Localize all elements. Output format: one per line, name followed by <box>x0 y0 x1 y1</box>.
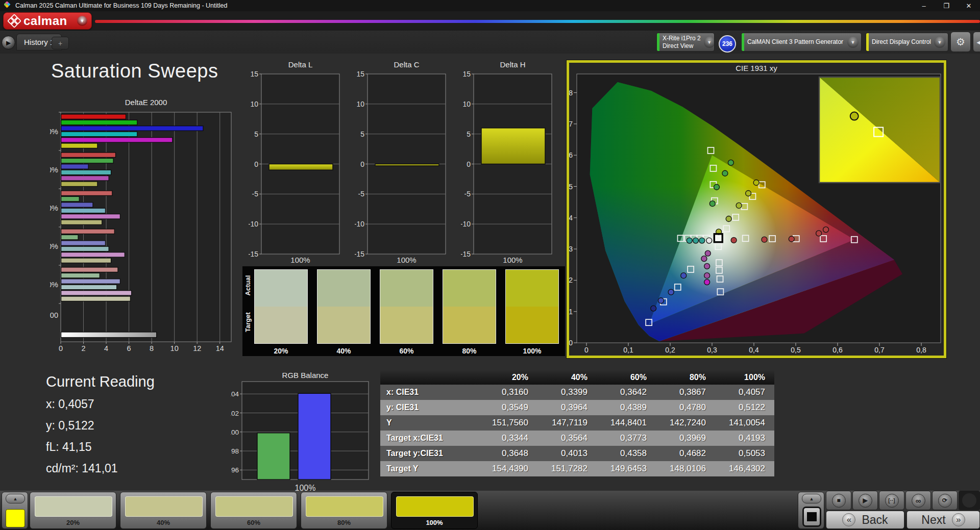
table-cell: 0,3648 <box>477 448 536 459</box>
table-cell: 0,5122 <box>714 402 773 413</box>
svg-text:102: 102 <box>231 410 239 417</box>
add-tab-button[interactable]: + <box>52 37 69 49</box>
reading-value: y: 0,5122 <box>46 419 155 433</box>
chevron-up-icon[interactable]: ▲ <box>802 494 821 503</box>
svg-text:100%: 100% <box>290 256 310 264</box>
play-icon: ▶ <box>859 494 872 508</box>
swatch-pct-label: 20% <box>254 347 308 355</box>
target-swatch <box>506 307 558 343</box>
stop-button[interactable]: ■ <box>826 491 851 510</box>
svg-text:10: 10 <box>170 344 179 352</box>
refresh-button[interactable]: ⟳ <box>932 491 958 510</box>
pattern-window-button[interactable]: [··] <box>879 491 904 510</box>
svg-text:100: 100 <box>50 311 58 319</box>
gear-icon[interactable]: ⚙ <box>950 32 971 52</box>
table-cell: 0,5053 <box>714 448 773 459</box>
pattern-tile-60%[interactable]: 60% <box>210 492 297 529</box>
pattern-tile-40%[interactable]: 40% <box>120 492 207 529</box>
table-cell: 0,3160 <box>477 387 536 397</box>
svg-text:0,1: 0,1 <box>569 308 573 316</box>
next-chevrons-icon: » <box>952 513 965 526</box>
continuous-icon: ∞ <box>912 494 925 508</box>
table-row: Target y:CIE310,36480,40130,43580,46820,… <box>380 446 774 461</box>
svg-text:RGB Balance: RGB Balance <box>282 371 329 380</box>
svg-text:15: 15 <box>356 70 364 78</box>
svg-text:0: 0 <box>360 160 364 168</box>
svg-text:Delta H: Delta H <box>500 60 525 69</box>
next-label: Next <box>921 513 945 527</box>
pattern-swatch <box>215 496 293 517</box>
swatch-pct-label: 60% <box>380 347 433 355</box>
target-swatch <box>255 307 307 343</box>
pattern-swatch <box>125 496 203 517</box>
refresh-icon: ⟳ <box>938 494 952 508</box>
calman-diamond-icon <box>8 14 21 28</box>
svg-text:0: 0 <box>59 344 63 352</box>
play-button[interactable]: ▶ <box>852 491 878 510</box>
active-pattern-swatch[interactable] <box>6 509 25 527</box>
target-swatch <box>317 307 370 343</box>
layout-nav-icon[interactable]: ▶ <box>2 36 15 49</box>
pattern-tile-20%[interactable]: 20% <box>30 492 116 529</box>
svg-text:100%: 100% <box>50 128 58 136</box>
svg-text:Delta C: Delta C <box>394 60 419 69</box>
svg-text:0,7: 0,7 <box>569 120 573 128</box>
svg-text:15: 15 <box>250 70 258 78</box>
svg-text:5: 5 <box>360 130 364 138</box>
svg-text:10: 10 <box>356 100 364 108</box>
table-cell: 0,3969 <box>655 433 714 443</box>
display-control-dropdown[interactable]: Direct Display Control ▼ <box>866 33 948 52</box>
svg-text:6: 6 <box>127 344 131 352</box>
row-label: Target y:CIE31 <box>380 449 477 458</box>
minimize-icon[interactable]: – <box>913 0 935 11</box>
cie-1931-panel: CIE 1931 xy00,10,20,30,40,50,60,70,800,1… <box>567 60 946 358</box>
results-table: 20%40%60%80%100%x: CIE310,31600,33990,36… <box>380 370 774 476</box>
close-icon[interactable]: ✕ <box>958 0 980 11</box>
meter-dropdown[interactable]: X-Rite i1Pro 2 Direct View ▼ <box>656 33 715 52</box>
pattern-label: 80% <box>301 519 387 526</box>
logo-dropdown-icon[interactable]: ▼ <box>77 16 87 26</box>
continuous-button[interactable]: ∞ <box>905 491 931 510</box>
pattern-bottom-bar: ▲ 20%40%60%80%100% ▲ ■▶[··]∞⟳ « Back Nex… <box>0 491 980 530</box>
table-cell: 0,3564 <box>536 433 596 443</box>
target-swatch <box>380 307 433 343</box>
table-cell: 0,3549 <box>477 402 536 413</box>
stop-icon: ■ <box>832 494 846 508</box>
svg-text:0: 0 <box>569 339 573 347</box>
pattern-generator-dropdown[interactable]: CalMAN Client 3 Pattern Generator ▼ <box>741 33 862 52</box>
back-label: Back <box>862 513 888 527</box>
svg-text:-10: -10 <box>461 220 471 228</box>
meter-mode: Direct View <box>663 42 701 50</box>
swatch-compare-100% <box>505 269 559 344</box>
swatch-pct-label: 40% <box>317 347 371 355</box>
svg-text:-15: -15 <box>461 250 471 258</box>
table-cell: 0,4057 <box>714 387 773 397</box>
chevron-up-icon[interactable]: ▲ <box>6 494 25 503</box>
restore-icon[interactable]: ❐ <box>935 0 958 11</box>
svg-text:0,6: 0,6 <box>832 346 843 354</box>
svg-text:0,1: 0,1 <box>623 346 633 354</box>
table-cell: 0,3867 <box>655 387 714 397</box>
svg-text:0: 0 <box>254 160 258 168</box>
next-button[interactable]: Next » <box>906 511 980 529</box>
target-row-label: Target <box>244 307 252 338</box>
collapse-panel-icon[interactable]: ◀ <box>973 32 980 52</box>
back-button[interactable]: « Back <box>826 511 904 529</box>
meter-count-badge[interactable]: 236 <box>719 35 736 53</box>
reading-value: fL: 41,15 <box>46 440 155 454</box>
row-label: Target x:CIE31 <box>380 434 477 443</box>
pattern-window-button[interactable] <box>802 507 821 527</box>
table-cell: 149,6453 <box>596 464 655 474</box>
table-cell: 147,7119 <box>536 418 596 428</box>
chevron-down-icon: ▼ <box>847 37 859 48</box>
row-label: Target Y <box>380 464 477 473</box>
pattern-tile-100%[interactable]: 100% <box>391 492 478 529</box>
logo-text: calman <box>23 14 67 28</box>
swatch-compare-40% <box>317 269 371 344</box>
svg-text:DeltaE 2000: DeltaE 2000 <box>125 98 167 107</box>
chevron-down-icon: ▼ <box>934 37 945 48</box>
swatch-pct-label: 80% <box>443 347 496 355</box>
table-cell: 0,3773 <box>596 433 655 443</box>
calman-logo-button[interactable]: calman ▼ <box>3 12 92 30</box>
pattern-tile-80%[interactable]: 80% <box>301 492 387 529</box>
